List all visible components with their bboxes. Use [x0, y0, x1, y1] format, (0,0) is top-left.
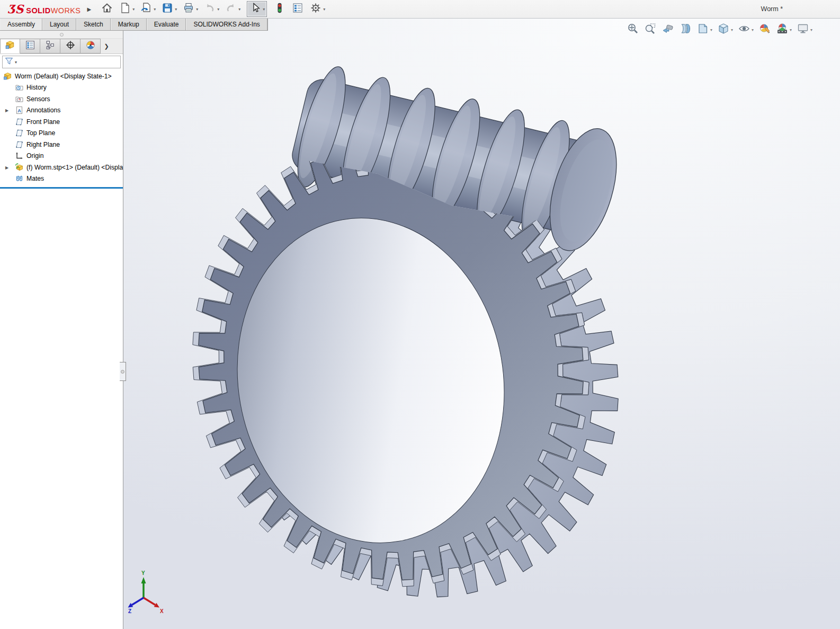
monitor-icon	[797, 22, 809, 37]
triad-x-label: X	[160, 608, 164, 614]
open-caret-icon[interactable]: ▾	[154, 7, 156, 12]
open-button[interactable]: ▾	[138, 1, 158, 17]
display-style-button[interactable]: ▾	[717, 22, 733, 37]
tree-item-right-plane[interactable]: Right Plane	[0, 139, 123, 150]
assembly-icon	[3, 72, 12, 81]
undo-icon	[203, 2, 216, 16]
logo-works-text: WORKS	[51, 6, 81, 15]
apply-scene-button[interactable]: ▾	[776, 22, 792, 37]
hide-show-caret-icon[interactable]: ▾	[752, 28, 754, 32]
redo-caret-icon[interactable]: ▾	[238, 7, 240, 12]
sensors-icon	[15, 95, 24, 103]
tree-item-history[interactable]: History	[0, 82, 123, 94]
origin-icon	[15, 152, 24, 160]
graphics-viewport[interactable]: ▾ ▾ ▾ ▾ ▾ Y X Z	[123, 19, 840, 629]
rebuild-button[interactable]	[271, 1, 288, 17]
section-view-button[interactable]	[679, 22, 692, 37]
display-style-caret-icon[interactable]: ▾	[731, 28, 733, 32]
tree-item-worm-part[interactable]: ▶ (f) Worm.stp<1> (Default) <Displa	[0, 162, 123, 173]
edit-appearance-button[interactable]	[758, 22, 771, 37]
tab-featuremanager-design-tree[interactable]	[0, 39, 20, 54]
settings-button[interactable]: ▾	[307, 1, 327, 17]
worm-gear-assembly-model[interactable]	[123, 31, 840, 629]
rollback-bar[interactable]	[0, 187, 123, 189]
expand-arrow-icon[interactable]: ▶	[5, 165, 8, 170]
settings-caret-icon[interactable]: ▾	[323, 7, 325, 12]
appearance-ball-pencil-icon	[758, 22, 771, 37]
featuremanager-panel: ❯ ▾ Worm (Default) <Display State-1> His…	[0, 31, 123, 629]
zoom-to-fit-button[interactable]	[627, 22, 639, 37]
options-list-button[interactable]	[289, 1, 306, 17]
new-document-caret-icon[interactable]: ▾	[132, 7, 135, 12]
titlebar: ƷS SOLID WORKS ▶ ▾ ▾ ▾ ▾ ▾ ▾	[0, 0, 840, 19]
annotation-views-button[interactable]: ▾	[696, 22, 712, 37]
tree-item-label: Mates	[26, 175, 44, 182]
annotation-views-caret-icon[interactable]: ▾	[710, 28, 712, 32]
tab-dimxpertmanager[interactable]	[60, 39, 81, 54]
view-settings-button[interactable]: ▾	[797, 22, 812, 37]
zoom-fit-icon	[627, 22, 639, 37]
print-caret-icon[interactable]: ▾	[196, 7, 198, 12]
plane-icon	[15, 140, 24, 149]
save-icon	[161, 2, 174, 16]
triad-x-axis	[144, 598, 155, 605]
expand-panel-tabs-button[interactable]: ❯	[101, 39, 112, 54]
select-cursor-icon	[249, 2, 262, 16]
hide-show-items-button[interactable]: ▾	[738, 22, 754, 37]
tab-propertymanager[interactable]	[20, 39, 40, 54]
tab-markup[interactable]: Markup	[111, 19, 147, 30]
feature-tree: Worm (Default) <Display State-1> History…	[0, 70, 123, 189]
print-button[interactable]: ▾	[180, 1, 200, 17]
tree-item-label: (f) Worm.stp<1> (Default) <Displa	[26, 164, 123, 171]
home-button[interactable]	[99, 1, 115, 17]
document-title: Worm *	[761, 0, 783, 19]
new-document-button[interactable]: ▾	[117, 1, 137, 17]
eye-icon	[738, 22, 750, 37]
panel-splitter-vertical[interactable]	[120, 362, 126, 381]
redo-button[interactable]: ▾	[222, 1, 243, 17]
tree-item-top-plane[interactable]: Top Plane	[0, 128, 123, 139]
filter-caret-icon[interactable]: ▾	[15, 60, 17, 65]
main-toolbar: ▾ ▾ ▾ ▾ ▾ ▾ ▾	[99, 1, 327, 17]
previous-view-button[interactable]	[662, 22, 674, 37]
tab-configurationmanager[interactable]	[40, 39, 60, 54]
tree-item-label: Front Plane	[26, 118, 60, 126]
tree-item-front-plane[interactable]: Front Plane	[0, 116, 123, 128]
tab-assembly[interactable]: Assembly	[0, 19, 42, 30]
tree-filter[interactable]: ▾	[2, 56, 121, 68]
view-settings-caret-icon[interactable]: ▾	[810, 28, 812, 32]
undo-caret-icon[interactable]: ▾	[217, 7, 219, 12]
save-caret-icon[interactable]: ▾	[175, 7, 177, 12]
logo-flyout-arrow-icon[interactable]: ▶	[87, 6, 91, 12]
expand-arrow-icon[interactable]: ▶	[5, 108, 8, 113]
panel-splitter-horizontal[interactable]	[0, 31, 123, 39]
select-tool-caret-icon[interactable]: ▾	[263, 7, 265, 12]
tree-item-label: Right Plane	[26, 141, 60, 148]
home-icon	[101, 2, 113, 16]
print-icon	[182, 2, 195, 16]
tab-displaymanager[interactable]	[81, 39, 101, 54]
tree-item-label: Sensors	[26, 95, 50, 103]
splitter-grip-dot	[121, 370, 124, 374]
triad-z-axis	[132, 598, 144, 605]
select-tool-button[interactable]: ▾	[247, 1, 267, 17]
tab-evaluate[interactable]: Evaluate	[147, 19, 186, 30]
save-button[interactable]: ▾	[159, 1, 179, 17]
tree-item-annotations[interactable]: ▶ A Annotations	[0, 105, 123, 117]
tab-sketch[interactable]: Sketch	[76, 19, 111, 30]
tree-root-assembly[interactable]: Worm (Default) <Display State-1>	[0, 70, 123, 82]
tree-item-origin[interactable]: Origin	[0, 150, 123, 162]
plane-icon	[15, 118, 24, 126]
tree-item-sensors[interactable]: Sensors	[0, 93, 123, 105]
orientation-triad: Y X Z	[128, 570, 165, 621]
tab-layout[interactable]: Layout	[42, 19, 76, 30]
triad-y-label: Y	[141, 570, 145, 576]
apply-scene-caret-icon[interactable]: ▾	[790, 28, 792, 32]
zoom-to-area-button[interactable]	[644, 22, 657, 37]
tab-solidworks-add-ins[interactable]: SOLIDWORKS Add-Ins	[186, 19, 267, 30]
tree-item-label: Annotations	[26, 107, 60, 114]
undo-button[interactable]: ▾	[201, 1, 221, 17]
tree-item-label: History	[26, 84, 47, 91]
tree-item-label: Origin	[26, 152, 44, 160]
tree-item-mates[interactable]: Mates	[0, 173, 123, 185]
